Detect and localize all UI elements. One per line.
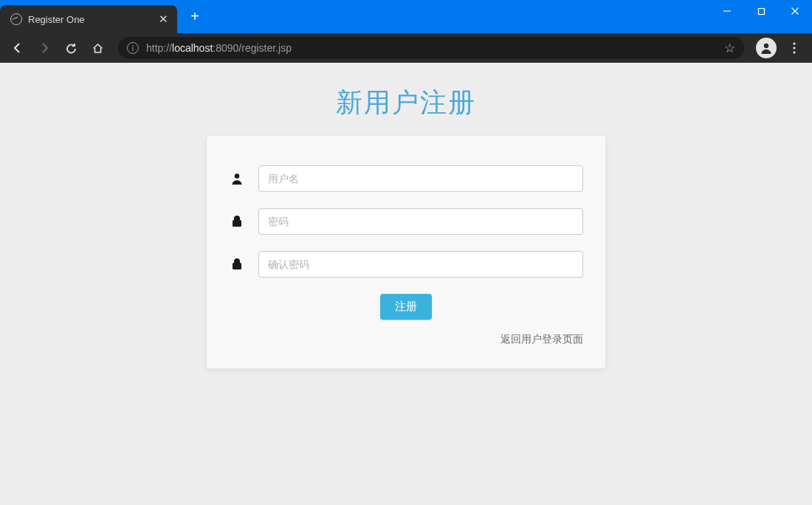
back-to-login-link[interactable]: 返回用户登录页面: [500, 333, 583, 346]
page-content: 新用户注册 注册 返回用户登录页面: [0, 63, 812, 505]
url-text: http://localhost:8090/register.jsp: [146, 42, 717, 54]
url-prefix: http://: [146, 42, 172, 54]
confirm-password-row: [229, 251, 583, 278]
username-row: [229, 165, 583, 192]
register-card: 注册 返回用户登录页面: [207, 136, 605, 368]
svg-rect-9: [233, 220, 241, 227]
close-tab-icon[interactable]: ✕: [156, 13, 170, 26]
tab-strip: Register One ✕ +: [0, 0, 205, 33]
page-title: 新用户注册: [336, 85, 476, 121]
window-titlebar: Register One ✕ +: [0, 0, 812, 33]
back-link-row: 返回用户登录页面: [229, 333, 583, 346]
tab-title: Register One: [28, 14, 151, 25]
svg-point-8: [235, 174, 239, 178]
maximize-button[interactable]: [744, 0, 778, 22]
window-controls: [710, 0, 812, 22]
globe-icon: [10, 13, 22, 25]
svg-point-4: [764, 44, 768, 48]
url-host: localhost: [172, 42, 213, 54]
browser-tab[interactable]: Register One ✕: [0, 5, 177, 33]
new-tab-button[interactable]: +: [185, 7, 205, 27]
profile-avatar-icon[interactable]: [756, 38, 777, 58]
confirm-password-input[interactable]: [258, 251, 583, 278]
close-window-button[interactable]: [778, 0, 812, 22]
forward-button[interactable]: [32, 36, 56, 60]
info-icon[interactable]: i: [127, 42, 139, 54]
password-input[interactable]: [258, 208, 583, 235]
svg-point-7: [793, 51, 795, 53]
register-button[interactable]: 注册: [380, 294, 432, 320]
password-row: [229, 208, 583, 235]
bookmark-star-icon[interactable]: ☆: [724, 41, 735, 56]
submit-row: 注册: [229, 294, 583, 320]
url-path: :8090/register.jsp: [213, 42, 292, 54]
browser-toolbar: i http://localhost:8090/register.jsp ☆: [0, 33, 812, 63]
svg-rect-1: [758, 8, 764, 14]
kebab-menu-icon[interactable]: [782, 36, 806, 60]
svg-point-6: [793, 47, 795, 49]
home-button[interactable]: [86, 36, 109, 60]
lock-icon: [229, 258, 245, 271]
back-button[interactable]: [6, 36, 30, 60]
user-icon: [229, 172, 245, 185]
address-bar[interactable]: i http://localhost:8090/register.jsp ☆: [118, 37, 744, 59]
minimize-button[interactable]: [710, 0, 744, 22]
lock-icon: [229, 215, 245, 228]
reload-button[interactable]: [59, 36, 83, 60]
username-input[interactable]: [258, 165, 583, 192]
svg-rect-10: [233, 263, 241, 269]
svg-point-5: [793, 42, 795, 44]
